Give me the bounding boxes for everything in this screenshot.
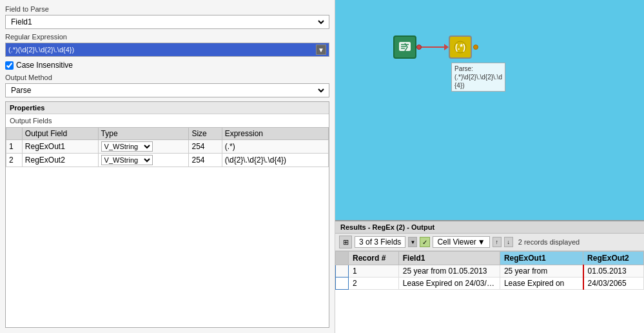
node-group: (.*) [393, 35, 478, 59]
output-field-type[interactable]: V_WString [98, 154, 189, 167]
output-fields-table: Output Field Type Size Expression 1 RegE… [6, 127, 329, 167]
output-dot-left [416, 45, 422, 50]
case-insensitive-label: Case Insensitive [16, 61, 73, 70]
regexout1-value: 25 year from [500, 265, 583, 278]
results-col-record: Record # [349, 252, 399, 265]
regexout2-value: 01.05.2013 [583, 265, 644, 278]
output-method-select[interactable]: Parse [5, 83, 329, 97]
cell-viewer-label: Cell Viewer [437, 237, 476, 247]
canvas-area[interactable]: (.*) Parse:(.*)\d{2}\.\d{2}\.\d{4}) [335, 0, 644, 220]
input-node[interactable] [393, 35, 416, 59]
fields-count-text: 3 of 3 Fields [359, 237, 401, 247]
results-header: Results - RegEx (2) - Output [335, 221, 644, 234]
regex-node-container: (.*) [449, 35, 478, 59]
row-num: 1 [6, 140, 23, 154]
results-toolbar: ⊞ 3 of 3 Fields ▼ ✓ Cell Viewer ▼ ↑ ↓ 2 … [335, 234, 644, 251]
svg-text:(.*): (.*) [455, 43, 465, 52]
list-item: 1 25 year from 01.05.2013 25 year from 0… [336, 265, 644, 278]
input-node-icon[interactable] [393, 35, 416, 59]
sort-desc-button[interactable]: ↓ [504, 237, 513, 247]
left-panel: Field to Parse Field1 Regular Expression… [0, 0, 335, 333]
properties-header: Properties [6, 102, 329, 114]
list-item: 2 Lease Expired on 24/03/2065 Lease Expi… [336, 278, 644, 290]
field-to-parse-group: Field to Parse Field1 [5, 5, 329, 29]
output-field-name: RegExOut1 [22, 140, 98, 154]
regex-expand-button[interactable]: ▼ [316, 45, 326, 55]
grid-icon-button[interactable]: ⊞ [339, 236, 352, 248]
regex-node-icon[interactable]: (.*) [449, 35, 472, 59]
fields-dropdown-button[interactable]: ▼ [408, 237, 417, 247]
fields-count-badge: 3 of 3 Fields [355, 236, 405, 248]
results-col-num [336, 252, 349, 265]
row-num: 2 [6, 154, 23, 167]
records-count-text: 2 records displayed [518, 238, 580, 246]
col-header-type: Type [98, 128, 189, 140]
case-insensitive-checkbox[interactable] [5, 61, 14, 70]
regex-node[interactable]: (.*) [449, 35, 478, 59]
sort-asc-button[interactable]: ↑ [493, 237, 502, 247]
field-to-parse-dropdown[interactable]: Field1 [8, 17, 326, 27]
results-col-regexout2: RegExOut2 [583, 252, 644, 265]
field1-value: Lease Expired on 24/03/2065 [398, 278, 500, 290]
output-field-type[interactable]: V_WString [98, 140, 189, 154]
right-panel: (.*) Parse:(.*)\d{2}\.\d{2}\.\d{4}) Resu… [335, 0, 644, 333]
col-header-size: Size [189, 128, 222, 140]
output-field-size: 254 [189, 140, 222, 154]
output-dot-right [473, 45, 478, 50]
field1-value: 25 year from 01.05.2013 [398, 265, 500, 278]
results-col-regexout1: RegExOut1 [500, 252, 583, 265]
output-field-size: 254 [189, 154, 222, 167]
output-field-expression: (\d{2}\.\d{2}\.\d{4}) [222, 154, 328, 167]
cell-viewer-button[interactable]: Cell Viewer ▼ [433, 236, 489, 248]
regex-group: Regular Expression (.*)(\d{2}\.\d{2}\.\d… [5, 33, 329, 57]
table-row: 1 RegExOut1 V_WString 254 (.*) [6, 140, 329, 154]
col-header-expression: Expression [222, 128, 328, 140]
arrow-head [444, 44, 449, 50]
output-method-group: Output Method Parse [5, 74, 329, 97]
record-num: 2 [349, 278, 399, 290]
cell-viewer-arrow: ▼ [478, 237, 485, 247]
col-header-output-field: Output Field [22, 128, 98, 140]
results-table: Record # Field1 RegExOut1 RegExOut2 1 25… [335, 251, 644, 290]
output-method-label: Output Method [5, 74, 329, 81]
regexout1-value: Lease Expired on [500, 278, 583, 290]
output-field-expression: (.*) [222, 140, 328, 154]
results-table-container[interactable]: Record # Field1 RegExOut1 RegExOut2 1 25… [335, 251, 644, 333]
case-insensitive-row: Case Insensitive [5, 61, 329, 70]
type-select[interactable]: V_WString [101, 155, 153, 165]
record-num: 1 [349, 265, 399, 278]
table-row: 2 RegExOut2 V_WString 254 (\d{2}\.\d{2}\… [6, 154, 329, 167]
results-panel: Results - RegEx (2) - Output ⊞ 3 of 3 Fi… [335, 220, 644, 333]
regexout2-value: 24/03/2065 [583, 278, 644, 290]
regex-input-container[interactable]: (.*)(\d{2}\.\d{2}\.\d{4}) ▼ [5, 43, 329, 57]
field-to-parse-select[interactable]: Field1 [5, 15, 329, 29]
results-col-field1: Field1 [398, 252, 500, 265]
col-header-num [6, 128, 23, 140]
field-to-parse-label: Field to Parse [5, 5, 329, 13]
output-field-name: RegExOut2 [22, 154, 98, 167]
output-method-dropdown[interactable]: Parse [8, 85, 326, 96]
connector [416, 44, 449, 50]
type-select[interactable]: V_WString [101, 141, 153, 152]
regex-value: (.*)(\d{2}\.\d{2}\.\d{4}) [8, 46, 316, 54]
connector-line [422, 46, 444, 48]
row-indicator [336, 278, 349, 290]
node-label-text: Parse:(.*)\d{2}\.\d{2}\.\d{4}) [454, 65, 502, 90]
node-label-box: Parse:(.*)\d{2}\.\d{2}\.\d{4}) [451, 63, 505, 92]
output-fields-label: Output Fields [6, 114, 329, 127]
properties-section: Properties Output Fields Output Field Ty… [5, 101, 329, 328]
check-button[interactable]: ✓ [420, 237, 430, 247]
regex-label: Regular Expression [5, 33, 329, 41]
row-indicator [336, 265, 349, 278]
